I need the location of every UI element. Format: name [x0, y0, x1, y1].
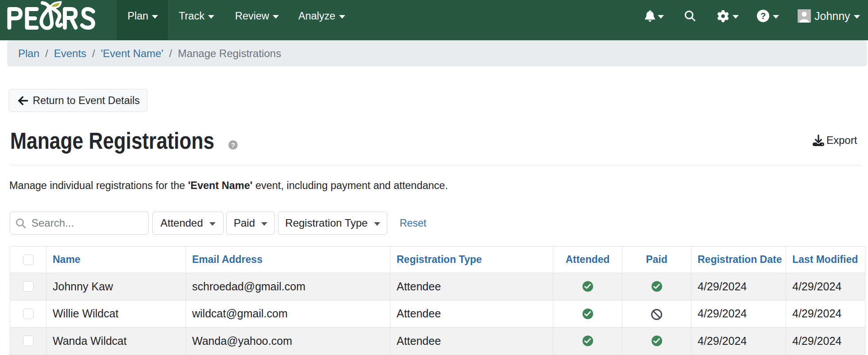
- svg-text:?: ?: [760, 11, 766, 21]
